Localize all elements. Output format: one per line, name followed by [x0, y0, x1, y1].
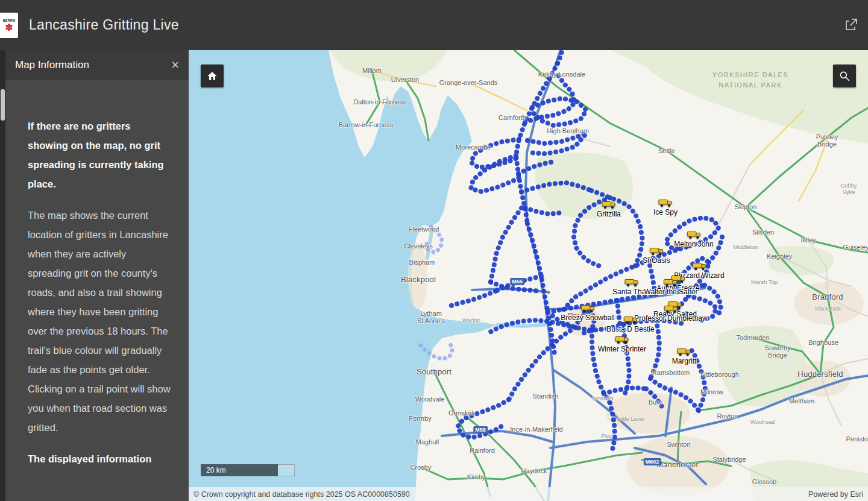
info-paragraph-bold: If there are no gritters showing on the …: [28, 116, 171, 194]
place-label: Formby: [409, 415, 431, 422]
place-label: Ulverston: [391, 76, 419, 83]
place-label: Carnforth: [498, 114, 526, 121]
map-information-panel: Map Information × If there are no gritte…: [0, 50, 189, 501]
motorway-shield: M602: [644, 458, 661, 465]
scale-segment: [278, 464, 295, 476]
scale-bar: 20 km: [201, 464, 295, 476]
gritter-truck-icon: [580, 304, 595, 313]
gritter-label: Melton John: [674, 240, 713, 248]
place-label: Middleton: [733, 244, 758, 250]
gritter-label: Busta D Bestie: [606, 325, 654, 333]
place-label: Grange-over-Sands: [439, 79, 498, 86]
gritter-truck-icon: [623, 315, 638, 324]
gritter-marker[interactable]: Ice Spy: [653, 198, 678, 216]
app-root: ashire ✽ Lancashire Gritting Live Map In…: [0, 0, 868, 501]
place-label: Stalybridge: [712, 456, 746, 463]
gritter-truck-icon: [677, 347, 691, 356]
place-label: Brighouse: [808, 339, 838, 346]
place-label: Glossop: [752, 478, 776, 485]
place-label: YORKSHIRE DALES NATIONAL PARK: [712, 70, 788, 90]
place-label: Keighley: [767, 253, 792, 260]
gritter-truck-icon: [664, 304, 678, 314]
gritter-truck-icon: [687, 230, 701, 239]
place-label: Slack Side: [815, 305, 842, 312]
search-button[interactable]: [833, 65, 856, 87]
place-label: Warton: [462, 317, 480, 323]
place-label: Lytham St Anne's: [417, 310, 445, 324]
map[interactable]: MillomUlverstonGrange-over-SandsKirkby L…: [189, 50, 868, 501]
scrollbar-thumb[interactable]: [1, 89, 5, 121]
gritter-marker[interactable]: Winter Sprinter: [598, 335, 646, 353]
place-label: Littleborough: [700, 371, 739, 378]
motorway-shield: M55: [510, 278, 524, 285]
place-label: Todmorden: [736, 334, 769, 341]
place-label: High Bentham: [547, 127, 589, 134]
place-label: Huddersfield: [797, 370, 843, 379]
panel-header: Map Information ×: [5, 50, 189, 80]
gritter-marker[interactable]: SnOasis: [643, 247, 670, 265]
place-label: Royton: [717, 412, 738, 420]
sidebar-scrollbar[interactable]: [0, 50, 5, 501]
gritter-label: Gritzilla: [597, 210, 621, 218]
gritter-truck-icon: [658, 198, 673, 207]
place-label: Rainford: [470, 447, 495, 454]
place-label: Maghull: [416, 438, 439, 446]
gritter-label: Ice Spy: [653, 208, 678, 216]
gritter-label: Walter the Salter: [644, 288, 698, 296]
place-label: Millom: [362, 67, 382, 74]
place-label: Ilkley: [800, 236, 816, 244]
place-label: Standish: [533, 392, 559, 400]
place-label: Woodvale: [415, 395, 445, 403]
place-label: Guiseley: [843, 244, 868, 251]
info-paragraph-bold: The displayed information: [28, 449, 171, 468]
place-label: Ince-in-Makerfield: [510, 426, 562, 433]
place-label: Manchester: [656, 460, 699, 469]
place-label: Silsden: [752, 228, 774, 236]
place-label: Cleveleys: [404, 242, 433, 250]
gritter-marker[interactable]: Margritt: [672, 347, 697, 365]
panel-title: Map Information: [15, 59, 89, 71]
logo-text: ashire: [3, 18, 16, 22]
gritter-truck-icon: [692, 262, 706, 271]
page-title: Lancashire Gritting Live: [29, 17, 179, 33]
esri-link[interactable]: Esri: [850, 490, 863, 499]
place-label: Ormskirk: [448, 409, 475, 417]
place-label: Skipton: [735, 203, 757, 210]
place-label: Blackpool: [401, 275, 436, 284]
place-label: Kirkby: [467, 473, 486, 481]
share-icon[interactable]: [844, 17, 858, 34]
gritter-label: SnOasis: [643, 256, 670, 265]
place-label: Marsh Top: [751, 279, 778, 285]
lancashire-rose-icon: ✽: [5, 23, 13, 33]
scale-label: 20 km: [201, 464, 278, 476]
place-label: Meltham: [789, 397, 814, 405]
gritter-truck-icon: [602, 200, 616, 209]
place-label: Woolroad: [750, 418, 775, 425]
place-label: Crosby: [410, 464, 432, 471]
gritter-truck-icon: [649, 247, 664, 256]
gritter-marker[interactable]: Busta D Bestie: [606, 315, 654, 333]
gritter-truck-icon: [664, 278, 678, 287]
gritter-truck-icon: [624, 278, 639, 287]
place-label: Milnrow: [700, 388, 723, 395]
gritter-marker[interactable]: Walter the Salter: [644, 278, 698, 296]
gritter-label: Winter Sprinter: [598, 345, 646, 353]
home-button[interactable]: [201, 65, 224, 87]
place-label: Dalton-in-Furness: [353, 98, 406, 106]
place-label: Settle: [658, 147, 675, 154]
app-header: ashire ✽ Lancashire Gritting Live: [0, 0, 868, 50]
place-label: Southport: [417, 367, 451, 376]
lancashire-logo: ashire ✽: [0, 13, 18, 38]
place-label: Morecambe: [456, 143, 491, 151]
map-labels: MillomUlverstonGrange-over-SandsKirkby L…: [189, 50, 868, 501]
place-label: Penistone: [846, 435, 868, 443]
place-label: Cobby Syke: [839, 182, 858, 195]
attribution-text: © Crown copyright and database rights 20…: [193, 490, 410, 499]
gritter-marker[interactable]: Melton John: [674, 230, 713, 248]
gritter-marker[interactable]: Gritzilla: [597, 200, 621, 218]
gritter-label: Margritt: [672, 357, 697, 365]
place-label: Haydock: [521, 467, 547, 474]
place-label: Swinton: [667, 441, 690, 448]
gritter-truck-icon: [615, 335, 629, 344]
close-icon[interactable]: ×: [171, 58, 179, 72]
